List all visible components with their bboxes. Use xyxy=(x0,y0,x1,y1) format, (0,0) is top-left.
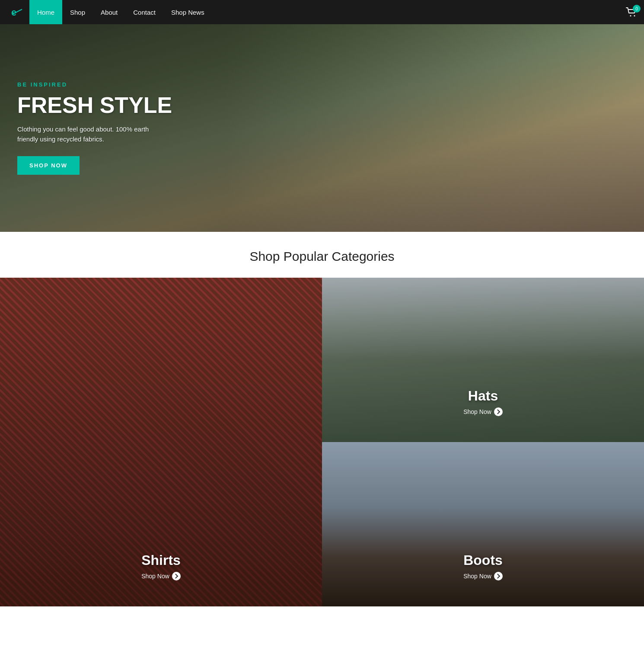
nav-item-shop-news[interactable]: Shop News xyxy=(163,0,212,24)
cart-icon-wrap: 0 xyxy=(626,7,637,17)
hats-shop-now[interactable]: Shop Now xyxy=(322,407,644,416)
hats-arrow-icon xyxy=(494,407,503,416)
shirts-content: Shirts Shop Now xyxy=(0,552,322,580)
shirts-shop-now[interactable]: Shop Now xyxy=(0,572,322,580)
nav-item-contact[interactable]: Contact xyxy=(125,0,163,24)
hero-content: BE INSPIRED FRESH STYLE Clothing you can… xyxy=(0,81,189,175)
hats-overlay xyxy=(322,278,644,442)
nav-item-home[interactable]: Home xyxy=(29,0,62,24)
svg-point-3 xyxy=(630,15,631,16)
hats-content: Hats Shop Now xyxy=(322,388,644,416)
hero-title: FRESH STYLE xyxy=(17,93,172,118)
categories-grid: Shirts Shop Now Hats Shop Now xyxy=(0,278,644,606)
shirts-shop-now-label: Shop Now xyxy=(141,573,169,580)
brand-logo[interactable]: e xyxy=(7,3,26,22)
hero-cta-button[interactable]: SHOP NOW xyxy=(17,156,80,175)
hats-shop-now-label: Shop Now xyxy=(463,408,491,415)
svg-point-4 xyxy=(634,15,635,16)
hats-name: Hats xyxy=(322,388,644,404)
hero-description: Clothing you can feel good about. 100% e… xyxy=(17,125,164,144)
boots-name: Boots xyxy=(322,552,644,568)
boots-overlay xyxy=(322,442,644,606)
nav-item-shop[interactable]: Shop xyxy=(62,0,93,24)
boots-shop-now-label: Shop Now xyxy=(463,573,491,580)
hero-section: BE INSPIRED FRESH STYLE Clothing you can… xyxy=(0,24,644,232)
nav-links: Home Shop About Contact Shop News xyxy=(29,0,626,24)
nav-item-about[interactable]: About xyxy=(93,0,125,24)
shirts-arrow-icon xyxy=(172,572,181,580)
hero-tag: BE INSPIRED xyxy=(17,81,172,88)
cart-count: 0 xyxy=(633,5,641,13)
category-shirts[interactable]: Shirts Shop Now xyxy=(0,278,322,606)
category-hats[interactable]: Hats Shop Now xyxy=(322,278,644,442)
category-boots[interactable]: Boots Shop Now xyxy=(322,442,644,606)
boots-arrow-icon xyxy=(494,572,503,580)
shirts-name: Shirts xyxy=(0,552,322,568)
categories-title: Shop Popular Categories xyxy=(0,249,644,264)
cart-button[interactable]: 0 xyxy=(626,7,637,17)
boots-shop-now[interactable]: Shop Now xyxy=(322,572,644,580)
categories-section: Shop Popular Categories Shirts Shop Now … xyxy=(0,232,644,606)
navigation: e Home Shop About Contact Shop News 0 xyxy=(0,0,644,24)
boots-content: Boots Shop Now xyxy=(322,552,644,580)
